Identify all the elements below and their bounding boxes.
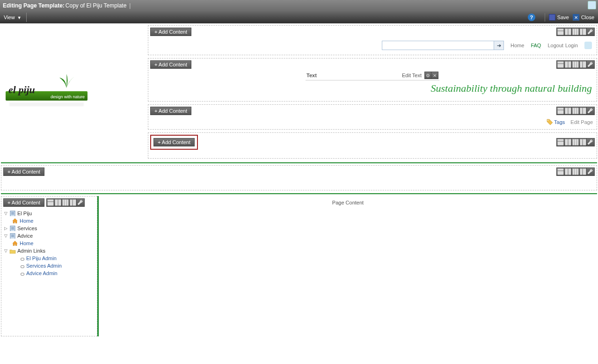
layout-option-2[interactable] <box>564 107 572 115</box>
layout-option-4[interactable] <box>579 168 587 175</box>
layout-icons <box>556 60 595 69</box>
nav-home[interactable]: Home <box>510 43 524 48</box>
document-icon <box>9 226 16 231</box>
app-icon <box>588 1 596 9</box>
layout-option-3[interactable] <box>572 28 579 36</box>
layout-option-1[interactable] <box>557 138 564 146</box>
edit-page-link[interactable]: Edit Page <box>570 119 593 125</box>
region-settings-icon[interactable] <box>587 168 594 175</box>
add-content-button[interactable]: + Add Content <box>153 138 195 146</box>
layout-option-4[interactable] <box>69 199 77 206</box>
search-go-button[interactable]: ➔ <box>494 41 504 50</box>
layout-option-1[interactable] <box>47 199 54 206</box>
text-close-icon[interactable]: ✕ <box>431 72 438 79</box>
tree-label: Services <box>17 226 37 231</box>
layout-icons <box>46 198 85 207</box>
text-settings-icon[interactable]: ⚙ <box>425 72 431 79</box>
layout-option-2[interactable] <box>564 168 572 175</box>
text-tools: ⚙ ✕ <box>424 72 438 79</box>
collapse-icon[interactable]: ▽ <box>3 233 8 238</box>
search-input[interactable] <box>382 41 494 50</box>
layout-option-4[interactable] <box>579 28 587 36</box>
title-label: Editing Page Template: <box>3 2 65 9</box>
home-icon <box>12 218 18 224</box>
tree-node-home[interactable]: Home <box>12 217 95 225</box>
add-content-button[interactable]: + Add Content <box>150 28 191 36</box>
layout-option-1[interactable] <box>557 107 564 115</box>
close-button[interactable]: ✕ Close <box>573 14 594 21</box>
layout-option-1[interactable] <box>557 168 564 175</box>
layout-option-2[interactable] <box>54 199 62 206</box>
region-settings-icon[interactable] <box>587 138 594 146</box>
nav-login[interactable]: Login <box>565 43 578 48</box>
region-settings-icon[interactable] <box>587 61 594 68</box>
layout-option-4[interactable] <box>579 61 587 68</box>
nav-logout[interactable]: Logout <box>547 43 563 48</box>
page-content-region: Page Content <box>99 196 597 336</box>
save-button[interactable]: Save <box>549 14 569 21</box>
layout-option-1[interactable] <box>557 28 564 36</box>
region-settings-icon[interactable] <box>77 199 84 206</box>
tree-node-admin-elpiju[interactable]: El Piju Admin <box>18 255 95 262</box>
title-name: Copy of El Piju Template <box>66 2 127 9</box>
add-content-highlighted: + Add Content <box>150 135 198 150</box>
tree-label: Admin Links <box>17 248 45 254</box>
header-links: ➔ Home FAQ Logout Login <box>148 38 597 55</box>
add-content-button[interactable]: + Add Content <box>150 107 191 115</box>
tree-node-admin-advice[interactable]: Advice Admin <box>18 269 95 277</box>
toolbar: View ▼ ? Save ✕ Close <box>0 11 598 23</box>
tree-node-admin[interactable]: ▽ Admin Links <box>3 247 95 255</box>
layout-icons <box>556 107 595 115</box>
layout-option-2[interactable] <box>564 28 572 36</box>
edit-text-link[interactable]: Edit Text <box>402 73 422 78</box>
logo-tagline: design with nature <box>51 95 85 99</box>
region-tags: + Add Content Tags Edit Page <box>148 104 597 130</box>
tree-label: El Piju <box>17 211 32 216</box>
save-icon <box>549 14 555 21</box>
link-icon <box>18 255 25 261</box>
divider <box>1 162 597 163</box>
nav-faq[interactable]: FAQ <box>531 43 541 48</box>
close-label: Close <box>581 15 594 20</box>
help-icon[interactable]: ? <box>528 14 535 21</box>
layout-icons <box>556 28 595 36</box>
link-icon <box>18 263 25 269</box>
leaf-icon <box>55 73 78 90</box>
page-content-label: Page Content <box>332 200 364 205</box>
expand-icon[interactable]: ▷ <box>3 226 8 231</box>
layout-icons <box>556 167 595 176</box>
layout-option-4[interactable] <box>579 107 587 115</box>
view-menu[interactable]: View ▼ <box>4 15 22 20</box>
tree-node-services[interactable]: ▷ Services <box>3 225 95 232</box>
tags-link[interactable]: Tags <box>547 119 565 125</box>
user-icon[interactable] <box>584 42 592 49</box>
layout-option-1[interactable] <box>557 61 564 68</box>
tree-label: Home <box>20 218 33 224</box>
slogan-text: Sustainability through natural building <box>148 80 597 101</box>
tree-node-advice-home[interactable]: Home <box>12 240 95 247</box>
collapse-icon[interactable]: ▽ <box>3 248 8 253</box>
document-icon <box>9 211 16 216</box>
layout-option-3[interactable] <box>572 61 579 68</box>
tree-label: El Piju Admin <box>26 255 57 261</box>
tree-node-advice[interactable]: ▽ Advice <box>3 232 95 240</box>
tag-icon <box>547 119 553 125</box>
add-content-button[interactable]: + Add Content <box>3 167 44 176</box>
layout-option-3[interactable] <box>572 107 579 115</box>
region-settings-icon[interactable] <box>587 107 594 115</box>
add-content-button[interactable]: + Add Content <box>3 198 44 207</box>
tree-node-admin-services[interactable]: Services Admin <box>18 262 95 269</box>
layout-option-2[interactable] <box>564 138 572 146</box>
add-content-button[interactable]: + Add Content <box>150 60 191 69</box>
layout-option-2[interactable] <box>564 61 572 68</box>
collapse-icon[interactable]: ▽ <box>3 211 8 216</box>
region-header: + Add Content ➔ Home FAQ Logout <box>148 25 597 55</box>
layout-option-3[interactable] <box>572 168 579 175</box>
layout-icons <box>556 138 595 146</box>
toolbar-separator <box>26 13 27 22</box>
layout-option-3[interactable] <box>572 138 579 146</box>
layout-option-3[interactable] <box>62 199 69 206</box>
region-settings-icon[interactable] <box>587 28 594 36</box>
tree-node-elpiju[interactable]: ▽ El Piju <box>3 210 95 217</box>
layout-option-4[interactable] <box>579 138 587 146</box>
